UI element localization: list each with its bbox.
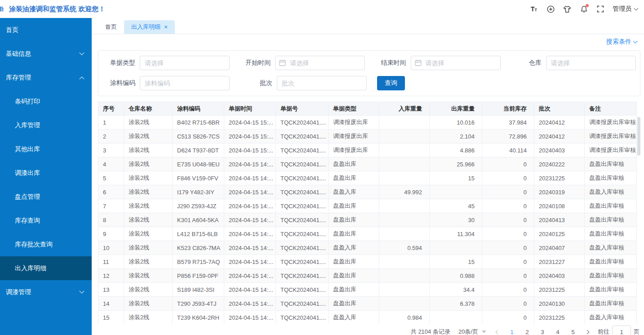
table-cell: 7 bbox=[98, 199, 124, 213]
table-row[interactable]: 3涂装2线D624 T937-8DT2024-04-15 15:...TQCK2… bbox=[98, 143, 637, 157]
table-row[interactable]: 8涂装2线K301 A604-5KA2024-04-15 14:...TQCK2… bbox=[98, 213, 637, 227]
sidebar-item-barcode-print[interactable]: 条码打印 bbox=[0, 89, 92, 113]
table-cell: E735 U048-9EU bbox=[173, 157, 224, 171]
menu-label: 基础信息 bbox=[6, 50, 80, 58]
sidebar-item-home[interactable]: 首页 bbox=[0, 18, 92, 42]
table-cell: 2.104 bbox=[430, 130, 482, 143]
sidebar-item-inbound-mgmt[interactable]: 入库管理 bbox=[0, 113, 92, 137]
tab-bar: 首页 出入库明细 × bbox=[92, 18, 644, 34]
page-number-4[interactable]: 4 bbox=[551, 329, 564, 335]
table-cell: 0 bbox=[482, 255, 534, 269]
table-cell bbox=[430, 241, 482, 255]
doc-type-input[interactable] bbox=[140, 56, 230, 70]
close-icon[interactable]: × bbox=[164, 24, 168, 30]
table-row[interactable]: 5涂装2线F846 V159-0FV2024-04-15 14:...TQCK2… bbox=[98, 171, 637, 185]
theme-shirt-icon[interactable] bbox=[563, 5, 571, 13]
tab-inout-detail[interactable]: 出入库明细 × bbox=[124, 20, 175, 34]
table-cell bbox=[379, 116, 430, 130]
table-cell: 1 bbox=[98, 116, 124, 130]
table-cell: 盘盈出库审核 bbox=[585, 255, 637, 269]
sidebar-item-inventory-mgmt[interactable]: 库存管理 bbox=[0, 66, 92, 89]
field-label: 仓库 bbox=[505, 59, 546, 67]
sidebar-item-batch-query[interactable]: 库存批次查询 bbox=[0, 232, 92, 256]
start-time-input[interactable] bbox=[275, 56, 365, 70]
sidebar-item-inventory-query[interactable]: 库存查询 bbox=[0, 209, 92, 232]
goto-page-input[interactable] bbox=[612, 326, 631, 335]
column-header: 入库重量 bbox=[379, 102, 430, 116]
sidebar-item-blending-mgmt[interactable]: 调漆管理 bbox=[0, 280, 92, 304]
table-cell bbox=[430, 185, 482, 199]
table-cell: 盘盈出库 bbox=[329, 199, 379, 213]
paint-code-input[interactable] bbox=[140, 76, 230, 90]
table-cell: K523 C826-7MA bbox=[173, 241, 224, 255]
column-header: 当前库存 bbox=[482, 102, 534, 116]
table-cell: 5 bbox=[98, 171, 124, 185]
notification-bell-icon[interactable] bbox=[580, 5, 588, 13]
table-cell: B579 R715-7AQ bbox=[173, 255, 224, 269]
user-menu[interactable]: 管理员 bbox=[613, 5, 638, 13]
fullscreen-icon[interactable] bbox=[596, 5, 604, 13]
end-time-input[interactable] bbox=[411, 56, 501, 70]
table-cell bbox=[379, 143, 430, 157]
batch-input[interactable] bbox=[277, 76, 367, 90]
table-row[interactable]: 9涂装2线L412 B715-6LB2024-04-15 14:...TQCK2… bbox=[98, 227, 637, 241]
table-row[interactable]: 12涂装2线P856 F159-0PF2024-04-15 14:...TQCK… bbox=[98, 269, 637, 283]
query-button[interactable]: 查询 bbox=[377, 76, 405, 90]
page-number-2[interactable]: 2 bbox=[521, 329, 533, 335]
warehouse-input[interactable] bbox=[546, 56, 636, 70]
sidebar-item-paint-outbound[interactable]: 调漆出库 bbox=[0, 161, 92, 185]
page-number-3[interactable]: 3 bbox=[536, 329, 549, 335]
font-size-icon[interactable]: TT bbox=[530, 5, 538, 13]
start-time-picker bbox=[275, 56, 365, 70]
sidebar-item-basic-info[interactable]: 基础信息 bbox=[0, 42, 92, 66]
table-cell: 涂装2线 bbox=[124, 116, 173, 130]
table-cell: 2024-04-15 14:... bbox=[224, 283, 276, 297]
table-cell bbox=[379, 199, 430, 213]
table-row[interactable]: 6涂装2线I179 Y482-3IY2024-04-15 14:...TQCK2… bbox=[98, 185, 637, 199]
table-row[interactable]: 13涂装2线S189 I482-3SI2024-04-15 14:...TQCK… bbox=[98, 283, 637, 297]
table-row[interactable]: 14涂装2线T290 J593-4TJ2024-04-15 14:...TQCK… bbox=[98, 297, 637, 311]
search-toggle-label: 搜索条件 bbox=[606, 38, 631, 46]
table-cell: 0 bbox=[482, 171, 534, 185]
menu-label: 其他出库 bbox=[15, 145, 40, 153]
sidebar-item-other-outbound[interactable]: 其他出库 bbox=[0, 137, 92, 161]
sidebar-item-stocktake-mgmt[interactable]: 盘点管理 bbox=[0, 185, 92, 209]
table-cell: 30 bbox=[430, 213, 482, 227]
page-number-1[interactable]: 1 bbox=[506, 329, 518, 335]
table-row[interactable]: 2涂装2线C513 S826-7CS2024-04-15 15:...TQCK2… bbox=[98, 130, 637, 143]
table-cell: 2024-04-15 14:... bbox=[224, 227, 276, 241]
data-table: 序号仓库名称涂料编码单据时间单据号单据类型入库重量出库重量当前库存批次备注 1涂… bbox=[98, 102, 637, 324]
table-row[interactable]: 15涂装2线T239 K604-2RH2024-04-15 14:...TQCK… bbox=[98, 311, 637, 324]
menu-label: 条码打印 bbox=[15, 98, 40, 106]
search-conditions-toggle[interactable]: 搜索条件 bbox=[606, 38, 637, 46]
table-cell: 2024-04-15 14:... bbox=[224, 157, 276, 171]
table-cell: TQCK2024041.... bbox=[276, 241, 329, 255]
table-row[interactable]: 1涂装2线B402 R715-6BR2024-04-15 15:...TQCK2… bbox=[98, 116, 637, 130]
table-cell: 20240412 bbox=[534, 130, 585, 143]
table-cell: TQCK2024041.... bbox=[276, 297, 329, 311]
page-number-5[interactable]: 5 bbox=[567, 329, 579, 335]
field-start-time: 开始时间 bbox=[234, 56, 369, 70]
prev-page-icon[interactable] bbox=[496, 330, 500, 334]
next-page-icon[interactable] bbox=[585, 330, 590, 334]
table-row[interactable]: 10涂装2线K523 C826-7MA2024-04-15 14:...TQCK… bbox=[98, 241, 637, 255]
sidebar-item-inout-detail[interactable]: 出入库明细 bbox=[0, 256, 92, 280]
page-size-select[interactable]: 20条/页 bbox=[458, 328, 486, 335]
table-head: 序号仓库名称涂料编码单据时间单据号单据类型入库重量出库重量当前库存批次备注 bbox=[98, 102, 637, 116]
table-row[interactable]: 7涂装2线J290 Z593-4JZ2024-04-15 14:...TQCK2… bbox=[98, 199, 637, 213]
table-row[interactable]: 11涂装2线B579 R715-7AQ2024-04-15 14:...TQCK… bbox=[98, 255, 637, 269]
table-cell: 0 bbox=[482, 283, 534, 297]
table-cell: 调漆报废出库 bbox=[329, 130, 379, 143]
search-panel: 单据类型 开始时间 结束时间 bbox=[98, 50, 640, 96]
table-row[interactable]: 4涂装2线E735 U048-9EU2024-04-15 14:...TQCK2… bbox=[98, 157, 637, 171]
tab-home[interactable]: 首页 bbox=[98, 20, 124, 34]
table-cell: 盘盈出库 bbox=[329, 157, 379, 171]
table-cell: 0 bbox=[482, 269, 534, 283]
chevron-down-icon bbox=[79, 288, 84, 293]
vertical-scrollbar[interactable] bbox=[637, 117, 640, 156]
table-cell: 盘盈出库审核 bbox=[585, 171, 637, 185]
table-cell: 20240403 bbox=[534, 269, 585, 283]
user-name: 管理员 bbox=[613, 5, 631, 13]
table-cell: T290 J593-4TJ bbox=[173, 297, 224, 311]
circle-plus-icon[interactable] bbox=[546, 5, 555, 13]
